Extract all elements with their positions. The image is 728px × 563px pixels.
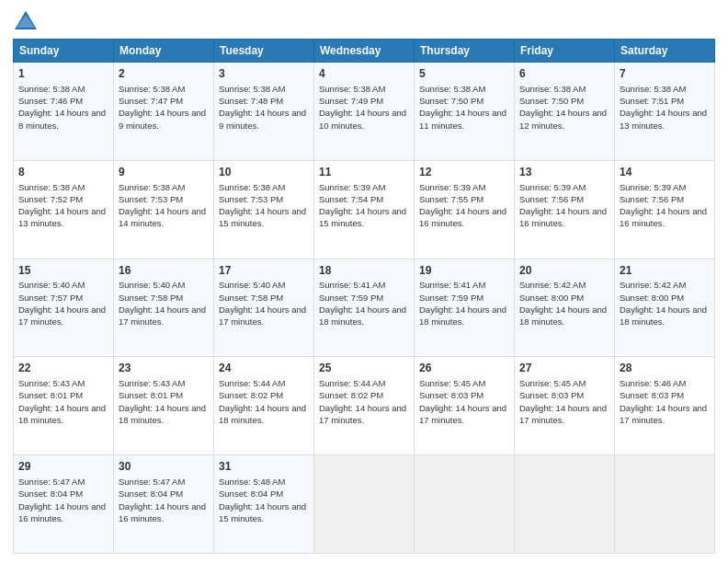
day-number: 13 <box>519 165 609 180</box>
sunrise-text: Sunrise: 5:48 AM <box>219 477 285 487</box>
sunrise-text: Sunrise: 5:38 AM <box>219 84 285 94</box>
sunrise-text: Sunrise: 5:47 AM <box>119 477 185 487</box>
header-friday: Friday <box>515 40 615 63</box>
sunrise-text: Sunrise: 5:38 AM <box>18 182 85 192</box>
sunset-text: Sunset: 8:03 PM <box>620 390 684 400</box>
header-saturday: Saturday <box>615 40 715 63</box>
day-number: 14 <box>620 165 710 180</box>
sunset-text: Sunset: 8:03 PM <box>419 390 483 400</box>
sunrise-text: Sunrise: 5:40 AM <box>119 280 185 290</box>
day-number: 11 <box>319 165 409 180</box>
daylight-text: Daylight: 14 hours and 18 minutes. <box>319 304 406 327</box>
daylight-text: Daylight: 14 hours and 15 minutes. <box>219 206 306 228</box>
daylight-text: Daylight: 14 hours and 17 minutes. <box>519 403 607 425</box>
daylight-text: Daylight: 14 hours and 17 minutes. <box>419 403 506 425</box>
day-number: 16 <box>119 263 209 279</box>
daylight-text: Daylight: 14 hours and 16 minutes. <box>119 501 206 523</box>
calendar-cell: 3Sunrise: 5:38 AMSunset: 7:48 PMDaylight… <box>214 63 314 161</box>
sunset-text: Sunset: 7:53 PM <box>219 194 283 204</box>
sunset-text: Sunset: 8:00 PM <box>519 293 584 303</box>
day-number: 23 <box>119 361 209 376</box>
day-number: 5 <box>419 66 509 82</box>
day-number: 15 <box>18 263 108 279</box>
daylight-text: Daylight: 14 hours and 18 minutes. <box>419 304 506 327</box>
sunset-text: Sunset: 7:50 PM <box>519 96 584 106</box>
svg-marker-1 <box>17 15 35 28</box>
calendar-cell: 16Sunrise: 5:40 AMSunset: 7:58 PMDayligh… <box>114 259 214 357</box>
calendar-cell: 30Sunrise: 5:47 AMSunset: 8:04 PMDayligh… <box>114 455 214 554</box>
sunrise-text: Sunrise: 5:38 AM <box>119 84 185 94</box>
day-number: 6 <box>519 66 609 82</box>
sunset-text: Sunset: 7:53 PM <box>119 194 183 204</box>
daylight-text: Daylight: 14 hours and 9 minutes. <box>119 108 206 130</box>
calendar-cell: 8Sunrise: 5:38 AMSunset: 7:52 PMDaylight… <box>14 160 114 259</box>
calendar-cell: 17Sunrise: 5:40 AMSunset: 7:58 PMDayligh… <box>214 259 314 357</box>
day-number: 28 <box>620 361 710 376</box>
week-row-5: 29Sunrise: 5:47 AMSunset: 8:04 PMDayligh… <box>14 455 715 554</box>
daylight-text: Daylight: 14 hours and 12 minutes. <box>519 108 607 130</box>
daylight-text: Daylight: 14 hours and 13 minutes. <box>620 108 707 130</box>
sunset-text: Sunset: 7:48 PM <box>219 96 283 106</box>
sunrise-text: Sunrise: 5:46 AM <box>620 378 686 388</box>
sunrise-text: Sunrise: 5:39 AM <box>419 182 485 192</box>
sunset-text: Sunset: 7:58 PM <box>119 293 183 303</box>
sunset-text: Sunset: 7:50 PM <box>419 96 483 106</box>
calendar-cell: 31Sunrise: 5:48 AMSunset: 8:04 PMDayligh… <box>214 455 314 554</box>
sunset-text: Sunset: 7:59 PM <box>419 293 483 303</box>
calendar-cell: 28Sunrise: 5:46 AMSunset: 8:03 PMDayligh… <box>615 357 715 455</box>
calendar-header: SundayMondayTuesdayWednesdayThursdayFrid… <box>14 40 715 63</box>
week-row-1: 1Sunrise: 5:38 AMSunset: 7:46 PMDaylight… <box>14 63 715 161</box>
daylight-text: Daylight: 14 hours and 18 minutes. <box>119 403 206 425</box>
calendar-cell <box>615 455 715 554</box>
daylight-text: Daylight: 14 hours and 16 minutes. <box>419 206 506 228</box>
daylight-text: Daylight: 14 hours and 10 minutes. <box>319 108 406 130</box>
day-number: 10 <box>219 165 309 180</box>
sunset-text: Sunset: 7:57 PM <box>18 293 83 303</box>
calendar-cell: 15Sunrise: 5:40 AMSunset: 7:57 PMDayligh… <box>14 259 114 357</box>
calendar-cell: 21Sunrise: 5:42 AMSunset: 8:00 PMDayligh… <box>615 259 715 357</box>
day-number: 18 <box>319 263 409 279</box>
sunrise-text: Sunrise: 5:39 AM <box>519 182 586 192</box>
daylight-text: Daylight: 14 hours and 18 minutes. <box>219 403 306 425</box>
sunrise-text: Sunrise: 5:38 AM <box>18 84 85 94</box>
sunset-text: Sunset: 8:01 PM <box>119 390 183 400</box>
calendar-cell: 22Sunrise: 5:43 AMSunset: 8:01 PMDayligh… <box>14 357 114 455</box>
sunrise-text: Sunrise: 5:44 AM <box>319 378 385 388</box>
calendar-cell: 7Sunrise: 5:38 AMSunset: 7:51 PMDaylight… <box>615 63 715 161</box>
daylight-text: Daylight: 14 hours and 8 minutes. <box>18 108 106 130</box>
daylight-text: Daylight: 14 hours and 11 minutes. <box>419 108 506 130</box>
sunset-text: Sunset: 8:03 PM <box>519 390 584 400</box>
sunset-text: Sunset: 8:04 PM <box>119 488 183 499</box>
header-row: SundayMondayTuesdayWednesdayThursdayFrid… <box>14 40 715 63</box>
calendar-cell: 25Sunrise: 5:44 AMSunset: 8:02 PMDayligh… <box>314 357 415 455</box>
sunrise-text: Sunrise: 5:45 AM <box>519 378 586 388</box>
calendar-cell: 10Sunrise: 5:38 AMSunset: 7:53 PMDayligh… <box>214 160 314 259</box>
calendar-cell: 19Sunrise: 5:41 AMSunset: 7:59 PMDayligh… <box>415 259 515 357</box>
calendar-cell: 5Sunrise: 5:38 AMSunset: 7:50 PMDaylight… <box>415 63 515 161</box>
week-row-2: 8Sunrise: 5:38 AMSunset: 7:52 PMDaylight… <box>14 160 715 259</box>
sunset-text: Sunset: 8:02 PM <box>319 390 383 400</box>
sunset-text: Sunset: 8:04 PM <box>18 488 83 499</box>
calendar-cell: 26Sunrise: 5:45 AMSunset: 8:03 PMDayligh… <box>415 357 515 455</box>
calendar-cell: 27Sunrise: 5:45 AMSunset: 8:03 PMDayligh… <box>515 357 615 455</box>
daylight-text: Daylight: 14 hours and 15 minutes. <box>319 206 406 228</box>
day-number: 1 <box>18 66 108 82</box>
sunset-text: Sunset: 7:56 PM <box>620 194 684 204</box>
sunrise-text: Sunrise: 5:41 AM <box>419 280 485 290</box>
sunrise-text: Sunrise: 5:40 AM <box>18 280 85 290</box>
week-row-3: 15Sunrise: 5:40 AMSunset: 7:57 PMDayligh… <box>14 259 715 357</box>
header-thursday: Thursday <box>415 40 515 63</box>
sunset-text: Sunset: 7:55 PM <box>419 194 483 204</box>
sunrise-text: Sunrise: 5:47 AM <box>18 477 85 487</box>
daylight-text: Daylight: 14 hours and 16 minutes. <box>620 206 707 228</box>
sunrise-text: Sunrise: 5:44 AM <box>219 378 285 388</box>
sunset-text: Sunset: 7:56 PM <box>519 194 584 204</box>
daylight-text: Daylight: 14 hours and 17 minutes. <box>219 304 306 327</box>
calendar-cell: 29Sunrise: 5:47 AMSunset: 8:04 PMDayligh… <box>14 455 114 554</box>
day-number: 8 <box>18 165 108 180</box>
sunset-text: Sunset: 7:59 PM <box>319 293 383 303</box>
calendar-cell: 23Sunrise: 5:43 AMSunset: 8:01 PMDayligh… <box>114 357 214 455</box>
sunrise-text: Sunrise: 5:42 AM <box>519 280 586 290</box>
calendar-cell <box>415 455 515 554</box>
sunrise-text: Sunrise: 5:38 AM <box>219 182 285 192</box>
